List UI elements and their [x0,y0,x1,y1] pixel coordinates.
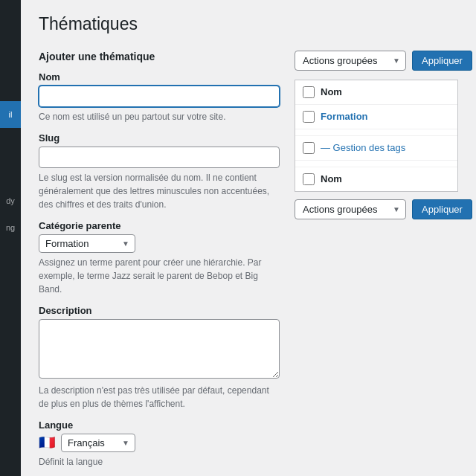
top-apply-button[interactable]: Appliquer [412,51,472,71]
row-formation-checkbox[interactable] [303,111,315,123]
form-section-title: Ajouter une thématique [39,51,280,62]
flag-icon: 🇫🇷 [39,434,55,451]
nom-input[interactable] [39,86,280,107]
slug-hint: Le slug est la version normalisée du nom… [39,171,280,211]
left-panel: Ajouter une thématique Nom Ce nom est ut… [39,51,280,476]
row-nom-footer-checkbox[interactable] [303,173,315,185]
top-actions-select-wrapper: Actions groupées ▼ [295,51,406,71]
description-group: Description La description n'est pas trè… [39,305,280,411]
sidebar-item-dashboard[interactable] [0,0,21,30]
langue-select-wrapper: Français ▼ [61,434,135,452]
row-nom-header-label: Nom [321,86,342,97]
categorie-label: Catégorie parente [39,220,280,231]
sidebar-label-il: il [9,110,13,119]
categorie-hint: Assignez un terme parent pour créer une … [39,256,280,296]
table-row: Formation [295,105,457,129]
right-panel: Actions groupées ▼ Appliquer Nom Formati… [295,51,458,228]
sidebar-item-il[interactable]: il [0,101,21,128]
table-row: — Gestion des tags [295,136,457,161]
description-textarea[interactable] [39,319,280,379]
sidebar-label-dy: dy [6,196,15,205]
bottom-actions-select[interactable]: Actions groupées [295,199,406,219]
sidebar-item-dy[interactable]: dy [0,187,21,214]
table-row: Nom [295,80,457,105]
spacer-row [295,129,457,136]
langue-select[interactable]: Français [61,434,135,452]
row-gestion-checkbox[interactable] [303,142,315,154]
table-list: Nom Formation — Gestion des tags [295,80,458,192]
content-layout: Ajouter une thématique Nom Ce nom est ut… [39,51,458,476]
top-actions-row: Actions groupées ▼ Appliquer [295,51,458,71]
top-actions-select[interactable]: Actions groupées [295,51,406,71]
row-nom-footer-label: Nom [321,173,342,184]
bottom-actions-select-wrapper: Actions groupées ▼ [295,199,406,219]
page-title: Thématiques [39,13,458,36]
categorie-select[interactable]: Formation [39,234,135,253]
spacer-row-2 [295,161,457,167]
slug-input[interactable] [39,147,280,168]
slug-group: Slug Le slug est la version normalisée d… [39,132,280,211]
table-row: Nom [295,167,457,191]
main-content: Thématiques Ajouter une thématique Nom C… [21,0,476,476]
bottom-actions-row: Actions groupées ▼ Appliquer [295,199,458,219]
slug-label: Slug [39,132,280,144]
sidebar-label-ng: ng [6,223,15,232]
langue-label: Langue [39,419,280,431]
row-formation-label: Formation [321,111,368,122]
sidebar-item-posts[interactable] [0,30,21,57]
categorie-group: Catégorie parente Formation ▼ Assignez u… [39,220,280,296]
row-nom-header-checkbox[interactable] [303,86,315,98]
bottom-apply-button[interactable]: Appliquer [412,199,472,219]
nom-group: Nom Ce nom est utilisé un peu partout su… [39,71,280,123]
description-hint: La description n'est pas très utilisée p… [39,384,280,411]
row-gestion-label: — Gestion des tags [321,142,405,153]
sidebar: il dy ng [0,0,21,476]
langue-group: Langue 🇫🇷 Français ▼ Définit la langue [39,419,280,469]
categorie-select-wrapper: Formation ▼ [39,234,135,253]
langue-hint: Définit la langue [39,455,280,469]
nom-hint: Ce nom est utilisé un peu partout sur vo… [39,110,280,123]
description-label: Description [39,305,280,316]
nom-label: Nom [39,71,280,83]
sidebar-item-ng[interactable]: ng [0,214,21,241]
langue-row: 🇫🇷 Français ▼ [39,434,280,452]
